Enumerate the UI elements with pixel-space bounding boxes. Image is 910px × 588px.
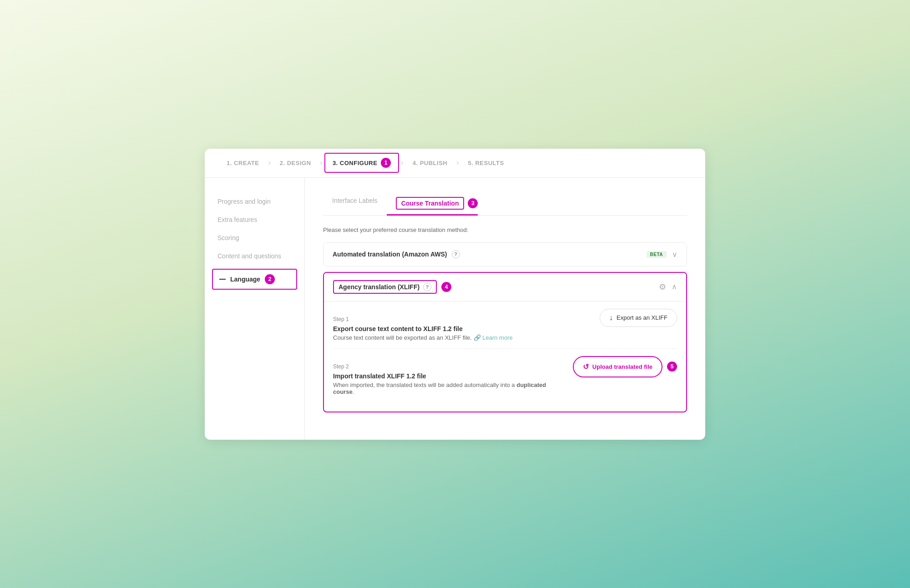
tab-course-translation-wrapper: Course Translation 3 — [396, 197, 478, 210]
content-area: Progress and login Extra features Scorin… — [205, 178, 705, 440]
export-icon: ↓ — [609, 314, 613, 322]
step1-desc-text: Course text content will be exported as … — [333, 334, 472, 341]
accordion-automated-left: Automated translation (Amazon AWS) ? — [333, 250, 460, 258]
sidebar-item-language[interactable]: Language 2 — [212, 269, 297, 290]
step2-desc-part1: When imported, the translated texts will… — [333, 382, 516, 388]
nav-step-configure-badge: 1 — [381, 158, 391, 168]
nav-step-publish[interactable]: 4. PUBLISH — [405, 149, 455, 178]
sidebar-item-content[interactable]: Content and questions — [205, 247, 304, 265]
step1-label: Step 1 — [333, 316, 591, 322]
upload-button-badge: 5 — [667, 362, 677, 372]
gear-icon[interactable]: ⚙ — [659, 282, 666, 292]
main-card: 1. CREATE › 2. DESIGN › 3. CONFIGURE 1 ›… — [205, 149, 705, 440]
nav-step-create[interactable]: 1. CREATE — [219, 149, 266, 178]
nav-sep-4: › — [455, 159, 460, 167]
nav-sep-1: › — [266, 159, 272, 167]
agency-header-wrapper: Agency translation (XLIFF) ? — [333, 280, 437, 294]
step2-desc-part2: . — [353, 388, 354, 395]
main-panel: Interface Labels Course Translation 3 Pl… — [305, 178, 705, 440]
step1-left: Step 1 Export course text content to XLI… — [333, 309, 591, 341]
nav-step-design-label: 2. DESIGN — [280, 160, 311, 166]
nav-step-results[interactable]: 5. RESULTS — [461, 149, 511, 178]
accordion-agency-label: Agency translation (XLIFF) — [339, 283, 420, 291]
sidebar-item-content-label: Content and questions — [217, 252, 281, 260]
accordion-automated-header[interactable]: Automated translation (Amazon AWS) ? BET… — [324, 243, 687, 266]
nav-step-design[interactable]: 2. DESIGN — [273, 149, 318, 178]
step1-title: Export course text content to XLIFF 1.2 … — [333, 325, 591, 332]
translation-description: Please select your preferred course tran… — [323, 226, 687, 233]
sidebar-item-progress[interactable]: Progress and login — [205, 192, 304, 211]
step2-right: ↺ Upload translated file 5 — [573, 356, 677, 377]
sidebar: Progress and login Extra features Scorin… — [205, 178, 305, 440]
tab-interface-labels[interactable]: Interface Labels — [323, 192, 387, 216]
upload-translated-file-button[interactable]: ↺ Upload translated file — [573, 356, 662, 377]
step2-row: Step 2 Import translated XLIFF 1.2 file … — [333, 349, 677, 402]
tab-interface-labels-label: Interface Labels — [332, 197, 378, 204]
step2-label: Step 2 — [333, 363, 564, 370]
accordion-agency-header[interactable]: Agency translation (XLIFF) ? 4 ⚙ ∧ — [324, 273, 686, 301]
step2-desc: When imported, the translated texts will… — [333, 382, 564, 395]
sidebar-item-scoring[interactable]: Scoring — [205, 229, 304, 247]
sidebar-item-progress-label: Progress and login — [217, 198, 271, 205]
nav-step-configure[interactable]: 3. CONFIGURE 1 — [324, 153, 399, 173]
accordion-agency-right: ⚙ ∧ — [659, 282, 677, 292]
agency-chevron-icon[interactable]: ∧ — [672, 282, 677, 291]
tab-course-translation-badge: 3 — [468, 198, 478, 208]
accordion-automated-label: Automated translation (Amazon AWS) — [333, 251, 447, 258]
step1-row: Step 1 Export course text content to XLI… — [333, 302, 677, 349]
dash-icon — [219, 279, 226, 280]
tab-course-translation[interactable]: Course Translation 3 — [387, 192, 478, 216]
automated-question-icon[interactable]: ? — [452, 250, 460, 258]
sidebar-item-scoring-label: Scoring — [217, 234, 239, 241]
nav-sep-2: › — [318, 159, 324, 167]
accordion-agency-left: Agency translation (XLIFF) ? 4 — [333, 280, 451, 294]
nav-step-create-label: 1. CREATE — [227, 160, 259, 166]
accordion-agency-body: Step 1 Export course text content to XLI… — [324, 301, 686, 412]
tab-course-translation-label: Course Translation — [396, 197, 465, 210]
export-xliff-button[interactable]: ↓ Export as an XLIFF — [600, 309, 677, 327]
accordion-automated-right: BETA ∨ — [647, 250, 677, 259]
beta-badge: BETA — [647, 251, 667, 258]
automated-chevron-icon[interactable]: ∨ — [672, 250, 677, 259]
accordion-agency-badge: 4 — [441, 282, 451, 292]
learn-more-icon: 🔗 — [474, 334, 481, 341]
upload-icon: ↺ — [583, 362, 589, 371]
sidebar-item-language-badge: 2 — [265, 274, 275, 284]
accordion-automated: Automated translation (Amazon AWS) ? BET… — [323, 242, 687, 266]
accordion-agency: Agency translation (XLIFF) ? 4 ⚙ ∧ St — [323, 272, 687, 412]
agency-question-icon[interactable]: ? — [423, 283, 431, 291]
step2-left: Step 2 Import translated XLIFF 1.2 file … — [333, 356, 564, 395]
sidebar-item-extra[interactable]: Extra features — [205, 211, 304, 229]
nav-sep-3: › — [399, 159, 405, 167]
step2-title: Import translated XLIFF 1.2 file — [333, 372, 564, 380]
tab-bar: Interface Labels Course Translation 3 — [323, 192, 687, 216]
export-xliff-label: Export as an XLIFF — [617, 314, 667, 321]
step1-learn-more[interactable]: 🔗 Learn more — [474, 334, 513, 341]
step1-desc: Course text content will be exported as … — [333, 334, 591, 341]
nav-step-configure-label: 3. CONFIGURE — [333, 160, 377, 166]
step1-right: ↓ Export as an XLIFF — [600, 309, 677, 327]
top-nav: 1. CREATE › 2. DESIGN › 3. CONFIGURE 1 ›… — [205, 149, 705, 178]
nav-step-results-label: 5. RESULTS — [468, 160, 504, 166]
sidebar-item-language-label: Language — [230, 276, 260, 283]
sidebar-item-extra-label: Extra features — [217, 216, 257, 223]
nav-step-publish-label: 4. PUBLISH — [413, 160, 448, 166]
upload-translated-file-label: Upload translated file — [592, 363, 652, 370]
upload-btn-container: ↺ Upload translated file 5 — [573, 356, 677, 377]
